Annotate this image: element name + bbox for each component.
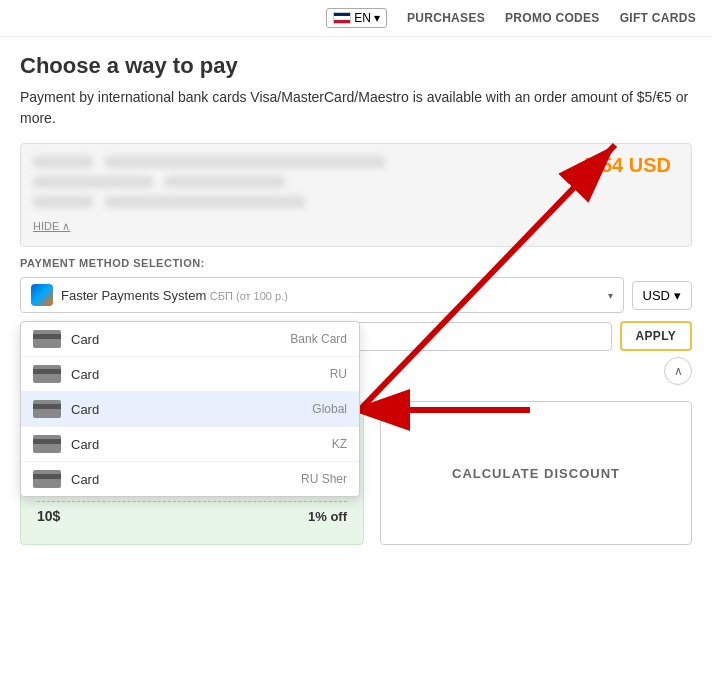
dropdown-item-0[interactable]: Card Bank Card — [21, 322, 359, 357]
card-icon-3 — [33, 435, 61, 453]
item-type-4: RU Sher — [301, 472, 347, 486]
currency-selector[interactable]: USD ▾ — [632, 281, 692, 310]
card-icon-1 — [33, 365, 61, 383]
item-name-4: Card — [71, 472, 291, 487]
flag-icon — [333, 12, 351, 24]
payment-dropdown: Card Bank Card Card RU Card Global Card … — [20, 321, 360, 497]
currency-label: USD — [643, 288, 670, 303]
collapse-button[interactable]: ∧ — [664, 357, 692, 385]
payment-name: Faster Payments System СБП (от 100 р.) — [61, 288, 600, 303]
language-selector[interactable]: EN ▾ — [326, 8, 387, 28]
nav-gift-cards[interactable]: GIFT CARDS — [620, 11, 696, 25]
item-type-2: Global — [312, 402, 347, 416]
item-name-2: Card — [71, 402, 302, 417]
apply-button[interactable]: APPLY — [620, 321, 692, 351]
payment-selector[interactable]: Faster Payments System СБП (от 100 р.) ▾ — [20, 277, 624, 313]
item-type-3: KZ — [332, 437, 347, 451]
payment-notice: Payment by international bank cards Visa… — [20, 87, 692, 129]
top-nav: EN ▾ PURCHASES PROMO CODES GIFT CARDS — [0, 0, 712, 37]
payment-sub: СБП (от 100 р.) — [210, 290, 288, 302]
tier-percent-1: 1% off — [308, 509, 347, 524]
lang-chevron: ▾ — [374, 11, 380, 25]
fps-icon — [31, 284, 53, 306]
item-name-0: Card — [71, 332, 280, 347]
item-type-0: Bank Card — [290, 332, 347, 346]
lang-label: EN — [354, 11, 371, 25]
dropdown-item-3[interactable]: Card KZ — [21, 427, 359, 462]
dropdown-item-2[interactable]: Card Global — [21, 392, 359, 427]
card-icon-0 — [33, 330, 61, 348]
card-icon-2 — [33, 400, 61, 418]
calculate-discount-box: CALCULATE DISCOUNT — [380, 401, 692, 545]
payment-row: Faster Payments System СБП (от 100 р.) ▾… — [20, 277, 692, 313]
page-title: Choose a way to pay — [20, 53, 692, 79]
item-type-1: RU — [330, 367, 347, 381]
chevron-down-icon: ▾ — [608, 290, 613, 301]
currency-chevron: ▾ — [674, 288, 681, 303]
item-name-3: Card — [71, 437, 322, 452]
tier-amount-1: 10$ — [37, 508, 60, 524]
order-price: 5.54 USD — [584, 154, 671, 177]
hide-link[interactable]: HIDE ∧ — [33, 220, 70, 233]
main-content: Choose a way to pay Payment by internati… — [0, 37, 712, 561]
payment-method-label: PAYMENT METHOD SELECTION: — [20, 257, 692, 269]
calculate-discount-button[interactable]: CALCULATE DISCOUNT — [432, 446, 640, 501]
discount-tier-1: 10$ 1% off — [37, 502, 347, 530]
order-summary: 5.54 USD HIDE ∧ — [20, 143, 692, 247]
nav-purchases[interactable]: PURCHASES — [407, 11, 485, 25]
dropdown-item-1[interactable]: Card RU — [21, 357, 359, 392]
card-icon-4 — [33, 470, 61, 488]
item-name-1: Card — [71, 367, 320, 382]
dropdown-item-4[interactable]: Card RU Sher — [21, 462, 359, 496]
nav-promo-codes[interactable]: PROMO CODES — [505, 11, 600, 25]
